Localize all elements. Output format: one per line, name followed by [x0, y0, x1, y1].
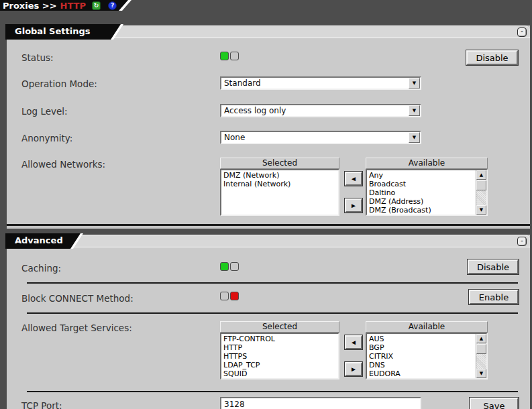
block-connect-enable-button[interactable]: Enable — [469, 290, 519, 304]
list-item[interactable]: Broadcast — [367, 180, 476, 188]
list-item[interactable]: Any — [367, 171, 476, 180]
move-left-icon[interactable]: ◄ — [345, 335, 362, 349]
chevron-down-icon[interactable]: ▼ — [409, 105, 420, 116]
allowed-networks-duallist: Selected DMZ (Network)Internal (Network)… — [220, 158, 488, 217]
allowed-networks-label: Allowed Networks: — [21, 159, 105, 170]
breadcrumb-prefix: Proxies >> — [3, 1, 57, 11]
global-settings-tab: Global Settings — [5, 24, 121, 40]
available-header: Available — [366, 321, 488, 333]
status-indicator — [220, 52, 239, 60]
status-label: Status: — [21, 52, 54, 63]
operation-mode-value: Standard — [224, 78, 261, 88]
status-off-light — [230, 52, 239, 60]
anonymity-value: None — [224, 133, 245, 142]
scroll-up-icon[interactable]: ▲ — [476, 334, 486, 343]
list-item[interactable]: FTP-CONTROL — [221, 335, 338, 343]
available-header: Available — [366, 158, 488, 169]
list-item[interactable]: HTTPS — [221, 352, 338, 361]
block-connect-indicator — [220, 292, 239, 300]
move-left-icon[interactable]: ◄ — [345, 172, 362, 186]
selected-header: Selected — [220, 321, 339, 333]
list-item[interactable]: AUS — [367, 335, 476, 343]
advanced-tab: Advanced — [5, 233, 81, 249]
list-item[interactable]: CITRIX — [367, 352, 476, 361]
divider — [27, 391, 518, 392]
collapse-global-button[interactable]: - — [517, 27, 527, 37]
log-level-value: Access log only — [224, 106, 286, 115]
scrollbar-thumb[interactable] — [476, 344, 486, 354]
global-settings-header: Global Settings - — [7, 25, 530, 38]
allowed-target-services-duallist: Selected FTP-CONTROLHTTPHTTPSLDAP_TCPSQU… — [220, 321, 488, 380]
list-item[interactable]: HTTP — [221, 343, 338, 352]
scrollbar[interactable]: ▲ ▼ — [476, 334, 486, 378]
caching-off-light — [230, 262, 239, 271]
caching-on-light — [220, 262, 229, 271]
list-item[interactable]: EUDORA — [367, 369, 476, 378]
caching-indicator — [220, 262, 239, 271]
save-button[interactable]: Save — [470, 398, 519, 409]
advanced-header: Advanced - — [7, 235, 530, 247]
allowed-target-services-label: Allowed Target Services: — [21, 323, 132, 333]
caching-label: Caching: — [21, 263, 61, 274]
scrollbar-thumb[interactable] — [476, 180, 486, 190]
chevron-down-icon[interactable]: ▼ — [409, 132, 420, 143]
tcp-port-label: TCP Port: — [21, 400, 62, 409]
move-right-icon[interactable]: ► — [345, 362, 362, 376]
list-item[interactable]: DNS — [367, 361, 476, 369]
help-icon[interactable]: ? — [108, 1, 117, 10]
selected-header: Selected — [220, 158, 339, 169]
operation-mode-label: Operation Mode: — [21, 78, 97, 89]
collapse-advanced-button[interactable]: - — [517, 237, 527, 246]
allowed-networks-selected-list[interactable]: DMZ (Network)Internal (Network) — [220, 169, 339, 216]
chevron-down-icon[interactable]: ▼ — [409, 78, 420, 89]
block-connect-off-light — [220, 292, 229, 300]
breadcrumb-current: HTTP — [60, 1, 86, 11]
move-right-icon[interactable]: ► — [345, 198, 362, 213]
refresh-icon[interactable]: ↻ — [92, 1, 101, 10]
global-settings-section: Global Settings - Status: Disable Operat… — [7, 25, 530, 226]
list-item[interactable]: BGP — [367, 343, 476, 352]
divider — [27, 282, 518, 284]
block-connect-label: Block CONNECT Method: — [21, 293, 134, 304]
anonymity-select[interactable]: None ▼ — [220, 131, 421, 144]
list-item[interactable]: DMZ (Broadcast) — [367, 206, 476, 215]
operation-mode-select[interactable]: Standard ▼ — [220, 76, 421, 90]
breadcrumb: Proxies >> HTTP ↻ ? — [0, 0, 131, 11]
divider — [27, 312, 518, 314]
log-level-select[interactable]: Access log only ▼ — [220, 104, 421, 117]
list-item[interactable]: Daltino — [367, 188, 476, 197]
block-connect-alert-light — [230, 292, 239, 300]
list-item[interactable]: Internal (Network) — [221, 180, 338, 188]
log-level-label: Log Level: — [21, 106, 68, 117]
advanced-section: Advanced - Caching: Disable Block CONNEC… — [7, 235, 530, 409]
anonymity-label: Anonymity: — [21, 133, 72, 143]
tcp-port-input[interactable] — [220, 397, 421, 409]
status-disable-button[interactable]: Disable — [466, 50, 518, 65]
services-selected-list[interactable]: FTP-CONTROLHTTPHTTPSLDAP_TCPSQUID — [220, 333, 339, 379]
list-item[interactable]: SQUID — [221, 369, 338, 378]
allowed-networks-available-list[interactable]: AnyBroadcastDaltinoDMZ (Address)DMZ (Bro… — [366, 169, 488, 216]
status-on-light — [220, 52, 229, 60]
services-available-list[interactable]: AUSBGPCITRIXDNSEUDORA ▲ ▼ — [366, 333, 488, 379]
list-item[interactable]: DMZ (Address) — [367, 197, 476, 206]
list-item[interactable]: DMZ (Network) — [221, 171, 338, 180]
scrollbar[interactable]: ▲ ▼ — [476, 170, 486, 215]
scroll-down-icon[interactable]: ▼ — [476, 205, 486, 215]
scroll-down-icon[interactable]: ▼ — [476, 369, 486, 378]
scroll-up-icon[interactable]: ▲ — [476, 170, 486, 180]
caching-disable-button[interactable]: Disable — [468, 259, 519, 274]
list-item[interactable]: LDAP_TCP — [221, 361, 338, 369]
